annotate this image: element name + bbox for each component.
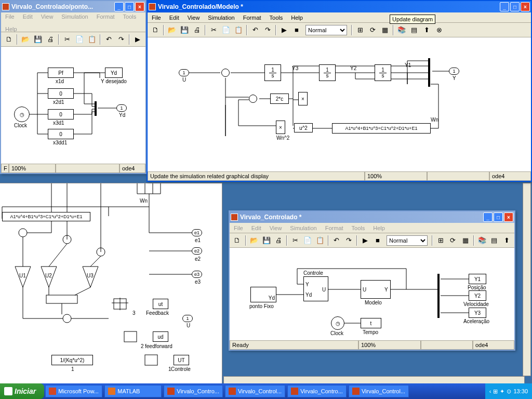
window-ponto[interactable]: Virvalo_Controlado/ponto... _ □ × File E…	[0, 0, 147, 174]
close-btn[interactable]: ×	[521, 2, 530, 11]
new-icon[interactable]: 🗋	[150, 24, 161, 36]
menu-tools[interactable]: Tools	[121, 12, 139, 21]
copy-icon[interactable]: 📄	[220, 24, 232, 36]
pf-block[interactable]: Pf	[48, 68, 74, 78]
task-powerpoint[interactable]: Microsoft Pow...	[45, 385, 102, 397]
int1-block[interactable]: 1s	[264, 64, 281, 81]
menu-tools[interactable]: Tools	[350, 224, 367, 232]
y1-box[interactable]: Y1	[469, 274, 486, 284]
titlebar-modelo[interactable]: Virvalo_Controlado/Modelo * _ □ ×	[148, 1, 531, 12]
save-icon[interactable]: 💾	[179, 24, 190, 36]
save-icon[interactable]: 💾	[261, 235, 272, 246]
open-icon[interactable]: 📂	[166, 24, 178, 36]
fcn[interactable]: A1*u^4+B1*u^3+C1*u^2+D1*u+E1	[332, 123, 431, 134]
t-block[interactable]: t	[361, 318, 381, 328]
menu-view[interactable]: View	[185, 14, 202, 22]
systray[interactable]: ‹ ⊞ ✦ ⊙ 13:30	[485, 383, 532, 399]
task-sim4[interactable]: Virvalo_Control...	[349, 385, 409, 397]
new-icon[interactable]: 🗋	[232, 235, 243, 246]
e2-port[interactable]: e2	[192, 247, 202, 255]
cut-icon[interactable]: ✂	[61, 34, 73, 45]
mode-select[interactable]: Normal	[305, 25, 347, 35]
titlebar-ponto[interactable]: Virvalo_Controlado/ponto... _ □ ×	[1, 1, 145, 12]
menu-help[interactable]: Help	[289, 14, 305, 22]
y2-box[interactable]: Y2	[469, 290, 486, 301]
demux[interactable]	[437, 274, 440, 318]
tray-icon[interactable]: ⊙	[507, 388, 511, 395]
two-c[interactable]: 2*c	[270, 94, 289, 104]
menu-tools[interactable]: Tools	[268, 14, 285, 22]
lib-icon[interactable]: 📚	[396, 24, 407, 36]
up-icon[interactable]: ⬆	[501, 235, 512, 246]
save-icon[interactable]: 💾	[32, 34, 44, 45]
in-port[interactable]: 1	[179, 69, 189, 76]
copy-icon[interactable]: 📄	[74, 34, 85, 45]
e1-port[interactable]: e1	[192, 229, 202, 236]
menu-file[interactable]: File	[232, 224, 245, 232]
redo-icon[interactable]: ↷	[115, 34, 127, 45]
maximize-btn[interactable]: □	[125, 2, 134, 11]
tray-icon[interactable]: ⊞	[493, 388, 498, 395]
menu-file[interactable]: File	[150, 14, 163, 22]
mult2[interactable]: ×	[276, 121, 285, 134]
tb1-icon[interactable]: ⊞	[435, 235, 446, 246]
yd-box[interactable]: Yd	[105, 68, 123, 78]
close-btn[interactable]: ×	[504, 212, 513, 222]
stop-icon[interactable]: ■	[291, 24, 302, 36]
cut-icon[interactable]: ✂	[208, 24, 219, 36]
out-port[interactable]: 1	[449, 68, 459, 75]
z1-block[interactable]: 0	[48, 88, 74, 99]
cut-icon[interactable]: ✂	[289, 235, 301, 246]
tb2-icon[interactable]: ⟳	[447, 235, 459, 246]
clock-block[interactable]: ◷	[331, 316, 344, 330]
clock-block[interactable]: ◷	[14, 107, 30, 122]
y3-box[interactable]: Y3	[469, 308, 486, 318]
minimize-btn[interactable]: _	[114, 2, 124, 11]
paste-icon[interactable]: 📋	[86, 34, 98, 45]
print-icon[interactable]: 🖨	[273, 235, 284, 246]
task-sim3[interactable]: Virvalo_Contro...	[287, 385, 347, 397]
menu-format[interactable]: Format	[95, 12, 117, 21]
out-port[interactable]: 1	[116, 104, 127, 112]
menu-view[interactable]: View	[39, 12, 56, 21]
int3-block[interactable]: 1s	[375, 64, 391, 81]
e3-port[interactable]: e3	[192, 271, 202, 278]
play-icon[interactable]: ▶	[360, 235, 371, 246]
print-icon[interactable]: 🖨	[45, 34, 56, 45]
maximize-btn[interactable]: □	[494, 212, 503, 222]
redo-icon[interactable]: ↷	[262, 24, 273, 36]
sum2[interactable]	[249, 95, 257, 103]
debug-icon[interactable]: ⊗	[433, 24, 445, 36]
new-icon[interactable]: 🗋	[3, 34, 15, 45]
stop-icon[interactable]: ■	[372, 235, 383, 246]
minimize-btn[interactable]: _	[483, 212, 493, 222]
window-controlado[interactable]: Virvalo_Controlado * _ □ × File Edit Vie…	[229, 210, 515, 351]
window-modelo[interactable]: Virvalo_Controlado/Modelo * _ □ × File E…	[147, 0, 532, 182]
redo-icon[interactable]: ↷	[343, 235, 355, 246]
lib-icon[interactable]: 📚	[476, 235, 488, 246]
undo-icon[interactable]: ↶	[249, 24, 261, 36]
menu-edit[interactable]: Edit	[21, 12, 35, 21]
pf-block[interactable]: Yd	[250, 287, 276, 302]
fcn-block[interactable]: A1*u^4+B1*u^3+C1*u^2+D1*u+E1	[2, 212, 90, 221]
int2-block[interactable]: 1s	[319, 64, 336, 81]
menu-simulation[interactable]: Simulation	[206, 14, 236, 22]
tb3-icon[interactable]: ▦	[379, 24, 391, 36]
play-icon[interactable]: ▶	[278, 24, 290, 36]
paste-icon[interactable]: 📋	[233, 24, 244, 36]
build-icon[interactable]: ⊞	[354, 24, 366, 36]
menu-help[interactable]: Help	[371, 224, 387, 232]
kq-block[interactable]: 1/(Kq*u^2)	[51, 355, 93, 365]
u2-block[interactable]: u^2	[294, 123, 313, 132]
close-btn[interactable]: ×	[135, 2, 144, 11]
menu-edit[interactable]: Edit	[167, 14, 181, 22]
ut-block[interactable]: ut	[153, 299, 168, 309]
UT-block[interactable]: UT	[174, 355, 189, 365]
menu-format[interactable]: Format	[323, 224, 345, 232]
task-matlab[interactable]: MATLAB	[104, 385, 162, 397]
task-sim2[interactable]: Virvalo_Control...	[225, 385, 285, 397]
tray-icon[interactable]: ✦	[500, 388, 504, 395]
open-icon[interactable]: 📂	[20, 34, 31, 45]
paste-icon[interactable]: 📋	[314, 235, 326, 246]
bg-scrollbar-v[interactable]	[523, 183, 531, 376]
